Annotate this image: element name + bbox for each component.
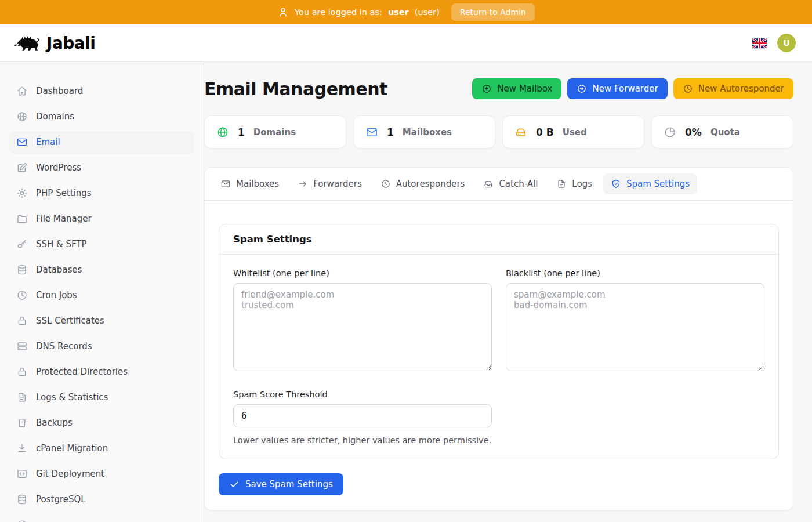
edit-icon bbox=[16, 162, 28, 173]
sidebar-item-label: Databases bbox=[36, 264, 82, 275]
page-title: Email Management bbox=[204, 79, 387, 99]
action-button-label: New Forwarder bbox=[592, 84, 658, 94]
brand[interactable]: Jabali bbox=[14, 32, 95, 53]
sidebar-item-domains[interactable]: Domains bbox=[9, 105, 194, 128]
database-icon bbox=[16, 264, 28, 276]
mail-icon bbox=[16, 136, 28, 148]
action-button-label: New Mailbox bbox=[497, 84, 552, 94]
sidebar-item-file-manager[interactable]: File Manager bbox=[9, 207, 194, 230]
sidebar-item-backups[interactable]: Backups bbox=[9, 411, 194, 434]
tab-label: Logs bbox=[572, 179, 592, 189]
stat-value: 1 bbox=[238, 126, 245, 138]
tab-spam-settings[interactable]: Spam Settings bbox=[603, 173, 697, 194]
threshold-help-text: Lower values are stricter, higher values… bbox=[233, 436, 764, 445]
file-text-icon bbox=[16, 392, 28, 403]
tab-forwarders[interactable]: Forwarders bbox=[290, 173, 369, 194]
globe-icon bbox=[216, 126, 229, 139]
threshold-input[interactable] bbox=[233, 404, 492, 427]
logged-in-username: user bbox=[388, 8, 409, 17]
new-mailbox-button[interactable]: New Mailbox bbox=[472, 78, 561, 99]
stats-row: 1Domains1Mailboxes0 BUsed0%Quota bbox=[204, 115, 793, 148]
blacklist-textarea[interactable] bbox=[506, 283, 764, 371]
logged-in-role: (user) bbox=[415, 8, 440, 17]
return-to-admin-button[interactable]: Return to Admin bbox=[451, 3, 535, 21]
user-icon bbox=[277, 6, 289, 18]
hard-drive-icon bbox=[514, 126, 527, 139]
sidebar-item-php-settings[interactable]: PHP Settings bbox=[9, 182, 194, 205]
sidebar-item-databases[interactable]: Databases bbox=[9, 258, 194, 281]
sidebar-item-email[interactable]: Email bbox=[9, 130, 194, 154]
sidebar-item-label: DNS Records bbox=[36, 341, 92, 351]
spam-settings-card: Spam Settings Whitelist (one per line) B… bbox=[219, 224, 779, 459]
tab-catch-all[interactable]: Catch-All bbox=[476, 173, 545, 194]
blacklist-label: Blacklist (one per line) bbox=[506, 269, 764, 278]
sidebar-item-postgresql[interactable]: PostgreSQL bbox=[9, 488, 194, 511]
clock-icon bbox=[380, 179, 391, 189]
whitelist-textarea[interactable] bbox=[233, 283, 492, 371]
brand-name: Jabali bbox=[46, 34, 95, 53]
new-autoresponder-button[interactable]: New Autoresponder bbox=[673, 78, 793, 99]
sidebar-item-label: Domains bbox=[36, 111, 74, 122]
stat-label: Mailboxes bbox=[403, 127, 452, 137]
server-icon bbox=[16, 340, 28, 352]
page-actions: New MailboxNew ForwarderNew Autoresponde… bbox=[472, 78, 793, 99]
new-forwarder-button[interactable]: New Forwarder bbox=[567, 78, 667, 99]
sidebar-item-logs-statistics[interactable]: Logs & Statistics bbox=[9, 386, 194, 409]
stat-value: 0 B bbox=[536, 126, 554, 138]
check-icon bbox=[229, 479, 240, 490]
stat-card-quota: 0%Quota bbox=[651, 115, 793, 148]
stat-label: Used bbox=[563, 127, 587, 137]
spam-settings-card-title: Spam Settings bbox=[219, 224, 778, 255]
threshold-label: Spam Score Threshold bbox=[233, 390, 492, 399]
shield-check-icon bbox=[611, 179, 621, 189]
sidebar-item-label: WordPress bbox=[36, 162, 81, 173]
sidebar-item-ssl-certificates[interactable]: SSL Certificates bbox=[9, 309, 194, 332]
sidebar-item-label: File Manager bbox=[36, 213, 92, 224]
logged-in-as: You are logged in as: user (user) bbox=[277, 6, 440, 18]
mail-icon bbox=[365, 126, 378, 139]
whitelist-field-group: Whitelist (one per line) bbox=[233, 269, 492, 374]
download-icon bbox=[16, 443, 28, 454]
sidebar-item-ssh-sftp[interactable]: SSH & SFTP bbox=[9, 233, 194, 256]
sidebar-item-label: Backups bbox=[36, 418, 72, 428]
uk-flag-icon[interactable] bbox=[752, 38, 767, 48]
archive-icon bbox=[16, 417, 28, 429]
plus-circle-icon bbox=[481, 84, 492, 94]
tab-label: Catch-All bbox=[499, 179, 538, 189]
globe-icon bbox=[16, 111, 28, 122]
sidebar-item-protected-directories[interactable]: Protected Directories bbox=[9, 360, 194, 383]
sidebar-item-git-deployment[interactable]: Git Deployment bbox=[9, 462, 194, 485]
stat-label: Quota bbox=[710, 127, 740, 137]
tab-label: Mailboxes bbox=[236, 179, 279, 189]
sidebar-item-label: Protected Directories bbox=[36, 367, 128, 377]
sidebar-item-cron-jobs[interactable]: Cron Jobs bbox=[9, 284, 194, 307]
main-content: Email Management New MailboxNew Forwarde… bbox=[204, 62, 812, 522]
email-tabs: MailboxesForwardersAutorespondersCatch-A… bbox=[205, 168, 793, 201]
logged-in-prefix: You are logged in as: bbox=[295, 8, 382, 17]
sidebar-item-wordpress[interactable]: WordPress bbox=[9, 156, 194, 179]
tab-label: Spam Settings bbox=[626, 179, 690, 189]
sidebar-item-label: Cron Jobs bbox=[36, 290, 77, 300]
lock-icon bbox=[16, 366, 28, 378]
tab-mailboxes[interactable]: Mailboxes bbox=[213, 173, 287, 194]
tab-autoresponders[interactable]: Autoresponders bbox=[373, 173, 473, 194]
save-spam-settings-button[interactable]: Save Spam Settings bbox=[219, 473, 343, 495]
clock-icon bbox=[683, 84, 693, 94]
tab-logs[interactable]: Logs bbox=[549, 173, 600, 194]
stat-label: Domains bbox=[253, 127, 296, 137]
arrow-right-icon bbox=[298, 179, 308, 189]
user-avatar[interactable]: U bbox=[777, 34, 796, 52]
sidebar-item-label: PostgreSQL bbox=[36, 494, 86, 505]
sidebar-item-circle[interactable] bbox=[9, 513, 194, 522]
sidebar-item-cpanel-migration[interactable]: cPanel Migration bbox=[9, 437, 194, 460]
sidebar-item-label: Dashboard bbox=[36, 86, 83, 96]
key-icon bbox=[16, 238, 28, 250]
sidebar-item-dashboard[interactable]: Dashboard bbox=[9, 79, 194, 103]
sidebar-item-dns-records[interactable]: DNS Records bbox=[9, 335, 194, 358]
sidebar-item-label: cPanel Migration bbox=[36, 443, 108, 454]
arrow-right-circle-icon bbox=[577, 84, 587, 94]
sidebar-nav: DashboardDomainsEmailWordPressPHP Settin… bbox=[0, 62, 204, 522]
sidebar-item-label: Email bbox=[36, 137, 60, 147]
code-icon bbox=[16, 468, 28, 480]
lock-icon bbox=[16, 315, 28, 327]
